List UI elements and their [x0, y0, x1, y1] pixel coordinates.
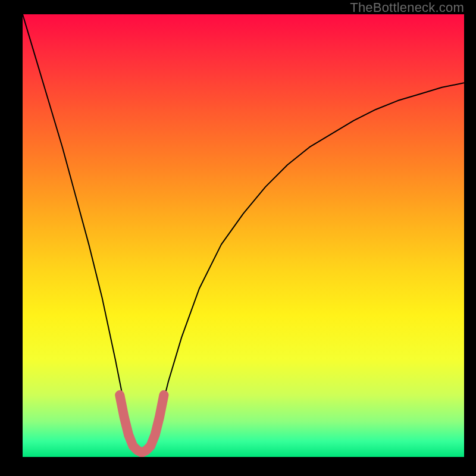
watermark-text: TheBottleneck.com — [350, 0, 464, 15]
plot-area — [23, 14, 464, 457]
chart-frame: TheBottleneck.com — [0, 0, 476, 476]
gradient-background — [23, 14, 464, 457]
chart-svg — [23, 14, 464, 457]
